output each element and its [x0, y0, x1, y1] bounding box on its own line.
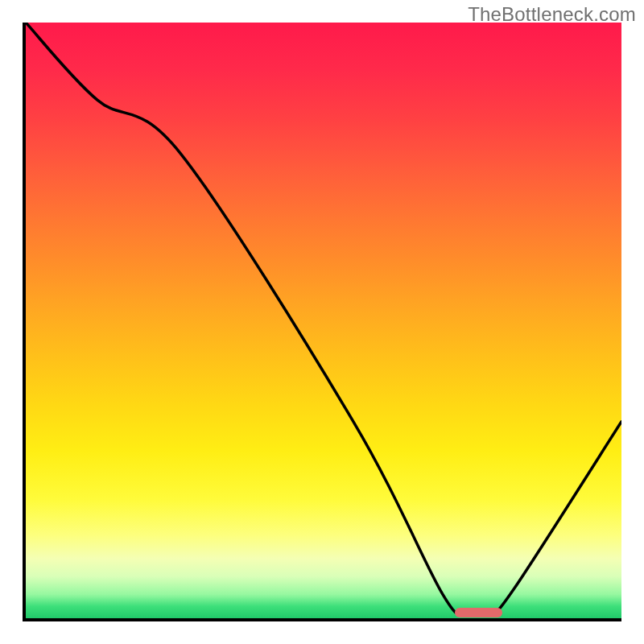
- watermark-text: TheBottleneck.com: [468, 3, 636, 26]
- bottleneck-curve: [26, 23, 621, 618]
- plot-area: [23, 23, 621, 621]
- chart-container: TheBottleneck.com: [0, 0, 644, 644]
- optimum-marker: [455, 608, 502, 617]
